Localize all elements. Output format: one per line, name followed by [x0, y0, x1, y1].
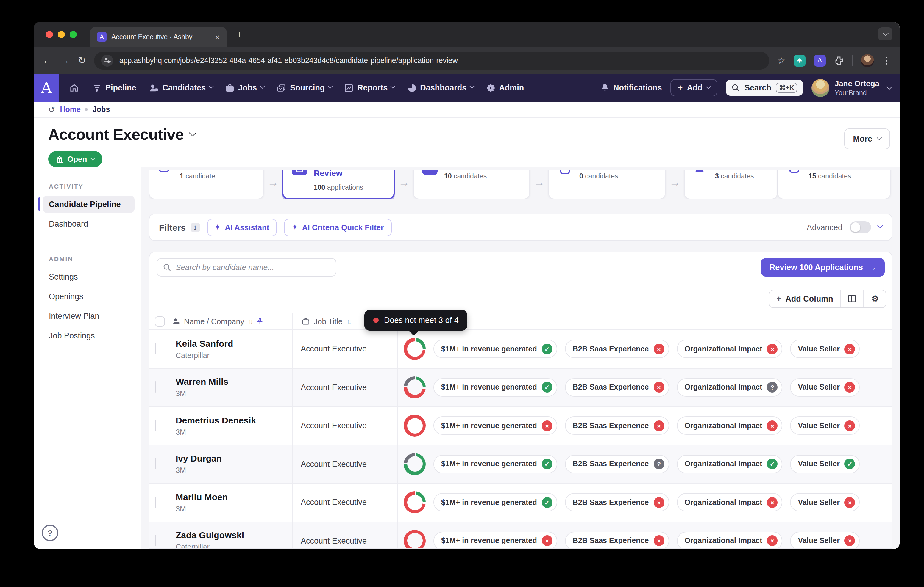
table-row[interactable]: Marilu Moen3MAccount Executive$1M+ in re… — [149, 483, 892, 522]
bookmark-star-icon[interactable]: ☆ — [777, 55, 785, 66]
review-applications-button[interactable]: Review 100 Applications → — [761, 258, 885, 276]
candidate-search-input[interactable] — [176, 263, 330, 272]
criteria-badge[interactable]: Value Seller× — [790, 493, 860, 512]
maximize-window-button[interactable] — [70, 31, 77, 38]
candidate-name[interactable]: Marilu Moen — [176, 492, 228, 502]
table-row[interactable]: Ivy Durgan3MAccount Executive$1M+ in rev… — [149, 445, 892, 483]
browser-tab[interactable]: A Account Executive · Ashby × — [90, 27, 227, 47]
site-settings-icon[interactable] — [102, 54, 114, 66]
ai-criteria-quick-filter-button[interactable]: ✦ AI Criteria Quick Filter — [284, 219, 392, 236]
candidate-search[interactable] — [157, 258, 337, 276]
user-menu[interactable]: Jane Ortega YourBrand — [812, 79, 891, 97]
nav-item-sourcing[interactable]: Sourcing — [271, 79, 338, 96]
global-search-button[interactable]: Search ⌘+K — [726, 80, 803, 96]
stage-card-active[interactable]: Active10 candidates — [413, 170, 530, 199]
criteria-badge[interactable]: B2B Saas Experience× — [565, 493, 669, 512]
table-row[interactable]: Warren Mills3MAccount Executive$1M+ in r… — [149, 368, 892, 407]
table-row[interactable]: Zada GulgowskiCaterpillarAccount Executi… — [149, 522, 892, 548]
criteria-donut[interactable] — [404, 338, 426, 360]
reload-icon[interactable]: ↻ — [78, 55, 86, 66]
sidebar-item-dashboard[interactable]: Dashboard — [43, 215, 135, 233]
nav-item-dashboards[interactable]: Dashboards — [402, 79, 479, 96]
stage-card-pending-offer[interactable]: Pending Offer0 candidates — [548, 170, 666, 199]
forward-icon[interactable]: → — [60, 55, 70, 66]
history-icon[interactable]: ↺ — [48, 105, 55, 114]
table-row[interactable]: Keila SanfordCaterpillarAccount Executiv… — [149, 330, 892, 368]
close-window-button[interactable] — [46, 31, 53, 38]
nav-item-reports[interactable]: Reports — [339, 79, 400, 96]
stage-card-application-review[interactable]: Application Review100 applications — [282, 170, 395, 199]
criteria-badge[interactable]: B2B Saas Experience× — [565, 417, 669, 435]
row-checkbox[interactable] — [155, 343, 156, 354]
criteria-badge[interactable]: Value Seller× — [790, 532, 860, 549]
new-tab-button[interactable]: + — [236, 28, 242, 40]
sidebar-item-candidate-pipeline[interactable]: Candidate Pipeline — [43, 196, 135, 213]
tab-close-icon[interactable]: × — [215, 33, 220, 41]
ashby-logo[interactable]: A — [34, 74, 59, 102]
criteria-donut[interactable] — [404, 492, 426, 513]
nav-item-jobs[interactable]: Jobs — [220, 79, 270, 96]
browser-menu-icon[interactable]: ⋮ — [882, 55, 891, 66]
criteria-badge[interactable]: B2B Saas Experience× — [565, 532, 669, 549]
row-checkbox[interactable] — [155, 535, 156, 546]
criteria-badge[interactable]: Organizational Impact× — [676, 532, 782, 549]
filters-collapse-icon[interactable] — [877, 222, 883, 229]
criteria-badge[interactable]: Value Seller✓ — [790, 455, 860, 474]
criteria-badge[interactable]: B2B Saas Experience× — [565, 340, 669, 358]
candidate-name[interactable]: Keila Sanford — [176, 339, 233, 349]
extensions-puzzle-icon[interactable] — [834, 56, 844, 65]
browser-profile-avatar[interactable] — [861, 54, 874, 67]
column-header-job-title[interactable]: Job Title ↑↓ — [301, 317, 350, 326]
job-title-menu[interactable]: Account Executive — [48, 125, 885, 144]
select-all-checkbox[interactable] — [155, 316, 165, 327]
sidebar-item-settings[interactable]: Settings — [43, 268, 135, 286]
row-checkbox[interactable] — [155, 420, 156, 431]
sort-icon[interactable]: ↑↓ — [347, 318, 350, 325]
breadcrumb-jobs[interactable]: Jobs — [92, 105, 110, 113]
sidebar-item-openings[interactable]: Openings — [43, 288, 135, 305]
criteria-badge[interactable]: B2B Saas Experience× — [565, 378, 669, 397]
criteria-badge[interactable]: $1M+ in revenue generated✓ — [434, 340, 557, 358]
criteria-badge[interactable]: Organizational Impact× — [676, 493, 782, 512]
criteria-badge[interactable]: Organizational Impact× — [676, 417, 782, 435]
criteria-badge[interactable]: Value Seller× — [790, 378, 860, 397]
candidate-name[interactable]: Zada Gulgowski — [176, 530, 244, 540]
criteria-badge[interactable]: $1M+ in revenue generated× — [434, 417, 557, 435]
criteria-badge[interactable]: Value Seller× — [790, 340, 860, 358]
column-header-name[interactable]: Name / Company ↑↓ — [171, 317, 264, 326]
nav-item-admin[interactable]: Admin — [480, 79, 530, 96]
sidebar-item-interview-plan[interactable]: Interview Plan — [43, 307, 135, 325]
notifications-button[interactable]: Notifications — [601, 83, 662, 92]
stage-card-leads[interactable]: Leads1 candidate — [149, 170, 264, 199]
table-settings-button[interactable]: ⚙ — [864, 290, 886, 307]
extension-icon-teal[interactable]: ◈ — [794, 54, 805, 66]
criteria-badge[interactable]: $1M+ in revenue generated✓ — [434, 493, 557, 512]
criteria-badge[interactable]: Organizational Impact× — [676, 340, 782, 358]
criteria-donut[interactable] — [404, 530, 426, 549]
table-row[interactable]: Demetrius Denesik3MAccount Executive$1M+… — [149, 407, 892, 445]
criteria-donut[interactable] — [404, 453, 426, 475]
criteria-badge[interactable]: Organizational Impact✓ — [676, 455, 782, 474]
job-status-button[interactable]: Open — [48, 151, 102, 167]
candidate-name[interactable]: Demetrius Denesik — [176, 415, 256, 425]
criteria-donut[interactable] — [404, 415, 426, 437]
sidebar-item-job-postings[interactable]: Job Postings — [43, 327, 135, 344]
candidate-name[interactable]: Warren Mills — [176, 377, 228, 387]
stage-card-archived[interactable]: Archived15 candidates — [777, 170, 891, 199]
more-button[interactable]: More — [844, 128, 890, 149]
criteria-badge[interactable]: $1M+ in revenue generated× — [434, 532, 557, 549]
candidate-name[interactable]: Ivy Durgan — [176, 454, 222, 464]
nav-item-candidates[interactable]: Candidates — [144, 79, 219, 96]
breadcrumb-home[interactable]: Home — [60, 105, 80, 113]
add-column-button[interactable]: + Add Column — [769, 290, 840, 307]
column-layout-button[interactable] — [841, 290, 864, 307]
help-button[interactable]: ? — [42, 525, 58, 541]
ashby-extension-icon[interactable]: A — [814, 54, 826, 66]
row-checkbox[interactable] — [155, 458, 156, 470]
ai-assistant-button[interactable]: ✦ AI Assistant — [207, 219, 277, 236]
row-checkbox[interactable] — [155, 381, 156, 393]
sort-icon[interactable]: ↑↓ — [248, 318, 252, 325]
row-checkbox[interactable] — [155, 497, 156, 508]
criteria-badge[interactable]: Value Seller× — [790, 417, 860, 435]
back-icon[interactable]: ← — [42, 55, 52, 66]
